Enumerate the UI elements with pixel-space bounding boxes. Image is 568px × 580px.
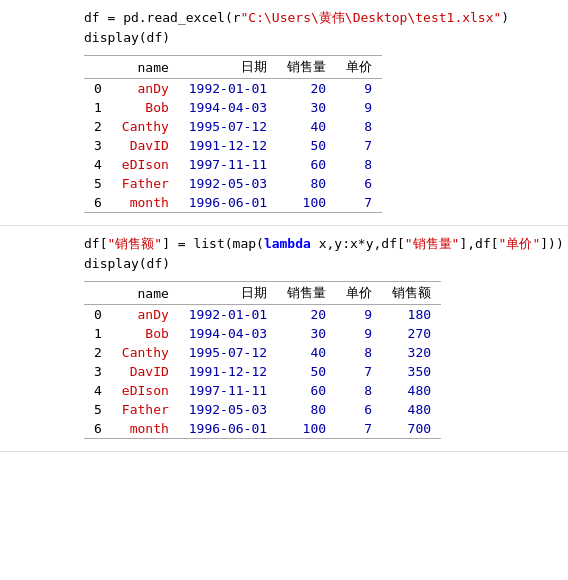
- cell-value: 1992-01-01: [179, 305, 277, 325]
- cell-prompt-315: [0, 6, 80, 219]
- cell-value: 1994-04-03: [179, 324, 277, 343]
- cell-value: 180: [382, 305, 441, 325]
- col-header-price: 单价: [336, 56, 382, 79]
- cell-value: 1995-07-12: [179, 117, 277, 136]
- row-index: 3: [84, 136, 112, 155]
- cell-value: 9: [336, 324, 382, 343]
- cell-value: Father: [112, 400, 179, 419]
- table-row: 0anDy1992-01-01209: [84, 79, 382, 99]
- cell-value: anDy: [112, 305, 179, 325]
- cell-value: DavID: [112, 362, 179, 381]
- cell-value: 1996-06-01: [179, 193, 277, 213]
- cell-value: Bob: [112, 98, 179, 117]
- col2-header-revenue: 销售额: [382, 282, 441, 305]
- cell-value: anDy: [112, 79, 179, 99]
- cell-content-315: df = pd.read_excel(r"C:\Users\黄伟\Desktop…: [80, 6, 568, 219]
- cell-value: 60: [277, 381, 336, 400]
- cell-value: month: [112, 193, 179, 213]
- table-row: 4eDIson1997-11-11608: [84, 155, 382, 174]
- cell-value: 1992-01-01: [179, 79, 277, 99]
- row-index: 5: [84, 174, 112, 193]
- cell-value: eDIson: [112, 155, 179, 174]
- cell-value: 1991-12-12: [179, 362, 277, 381]
- cell-content-316: df["销售额"] = list(map(lambda x,y:x*y,df["…: [80, 232, 568, 445]
- table-row: 1Bob1994-04-03309270: [84, 324, 441, 343]
- table-row: 0anDy1992-01-01209180: [84, 305, 441, 325]
- cell-value: 60: [277, 155, 336, 174]
- cell-value: 30: [277, 324, 336, 343]
- cell-value: 350: [382, 362, 441, 381]
- code-line-316-1: df["销售额"] = list(map(lambda x,y:x*y,df["…: [84, 234, 564, 254]
- code-line-315-1: df = pd.read_excel(r"C:\Users\黄伟\Desktop…: [84, 8, 564, 28]
- cell-value: DavID: [112, 136, 179, 155]
- table-row: 1Bob1994-04-03309: [84, 98, 382, 117]
- col-header-date: 日期: [179, 56, 277, 79]
- table-row: 3DavID1991-12-12507350: [84, 362, 441, 381]
- cell-value: 7: [336, 419, 382, 439]
- col2-header-sales: 销售量: [277, 282, 336, 305]
- table-row: 2Canthy1995-07-12408320: [84, 343, 441, 362]
- col2-header-price: 单价: [336, 282, 382, 305]
- code-line-316-2: display(df): [84, 254, 564, 274]
- cell-value: 50: [277, 362, 336, 381]
- cell-value: 9: [336, 305, 382, 325]
- cell-315: df = pd.read_excel(r"C:\Users\黄伟\Desktop…: [0, 0, 568, 226]
- cell-value: 320: [382, 343, 441, 362]
- col2-header-empty: [84, 282, 112, 305]
- col2-header-name: name: [112, 282, 179, 305]
- cell-value: 9: [336, 79, 382, 99]
- table-316: name 日期 销售量 单价 销售额 0anDy1992-01-01209180…: [84, 281, 441, 439]
- cell-value: 1992-05-03: [179, 400, 277, 419]
- cell-value: Bob: [112, 324, 179, 343]
- table-row: 3DavID1991-12-12507: [84, 136, 382, 155]
- cell-value: 80: [277, 174, 336, 193]
- cell-value: 8: [336, 155, 382, 174]
- cell-value: 7: [336, 136, 382, 155]
- cell-prompt-316: [0, 232, 80, 445]
- cell-value: 40: [277, 117, 336, 136]
- cell-value: 50: [277, 136, 336, 155]
- row-index: 6: [84, 193, 112, 213]
- code-line-315-2: display(df): [84, 28, 564, 48]
- row-index: 2: [84, 343, 112, 362]
- row-index: 4: [84, 381, 112, 400]
- cell-value: 480: [382, 400, 441, 419]
- table-row: 5Father1992-05-03806480: [84, 400, 441, 419]
- cell-value: 20: [277, 305, 336, 325]
- cell-value: Canthy: [112, 117, 179, 136]
- cell-value: 1991-12-12: [179, 136, 277, 155]
- table-row: 6month1996-06-011007700: [84, 419, 441, 439]
- cell-value: 6: [336, 174, 382, 193]
- cell-value: 40: [277, 343, 336, 362]
- output-316: name 日期 销售量 单价 销售额 0anDy1992-01-01209180…: [84, 281, 564, 439]
- cell-value: 270: [382, 324, 441, 343]
- cell-value: 100: [277, 419, 336, 439]
- cell-value: 1996-06-01: [179, 419, 277, 439]
- cell-value: eDIson: [112, 381, 179, 400]
- cell-value: 1994-04-03: [179, 98, 277, 117]
- table-row: 5Father1992-05-03806: [84, 174, 382, 193]
- row-index: 1: [84, 98, 112, 117]
- cell-value: 7: [336, 193, 382, 213]
- cell-value: 9: [336, 98, 382, 117]
- table-row: 4eDIson1997-11-11608480: [84, 381, 441, 400]
- cell-value: 1997-11-11: [179, 381, 277, 400]
- row-index: 0: [84, 305, 112, 325]
- cell-value: 7: [336, 362, 382, 381]
- row-index: 6: [84, 419, 112, 439]
- cell-316: df["销售额"] = list(map(lambda x,y:x*y,df["…: [0, 226, 568, 452]
- notebook: df = pd.read_excel(r"C:\Users\黄伟\Desktop…: [0, 0, 568, 580]
- cell-value: 20: [277, 79, 336, 99]
- cell-value: 8: [336, 381, 382, 400]
- row-index: 3: [84, 362, 112, 381]
- table-row: 6month1996-06-011007: [84, 193, 382, 213]
- output-315: name 日期 销售量 单价 0anDy1992-01-012091Bob199…: [84, 55, 564, 213]
- cell-value: Father: [112, 174, 179, 193]
- row-index: 0: [84, 79, 112, 99]
- table-row: 2Canthy1995-07-12408: [84, 117, 382, 136]
- col2-header-date: 日期: [179, 282, 277, 305]
- col-header-name: name: [112, 56, 179, 79]
- cell-value: 100: [277, 193, 336, 213]
- cell-value: 1992-05-03: [179, 174, 277, 193]
- cell-value: month: [112, 419, 179, 439]
